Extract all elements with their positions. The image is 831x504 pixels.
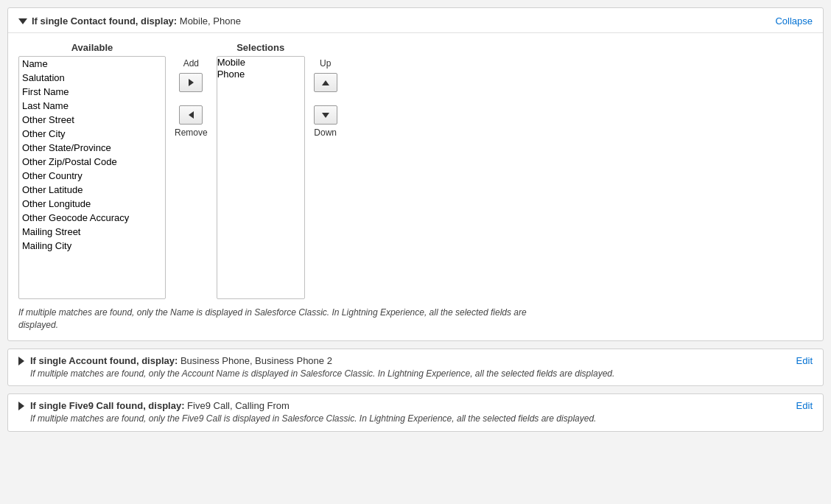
five9-panel-header-left: If single Five9 Call found, display: Fiv… [18,400,596,425]
add-button[interactable] [179,73,203,92]
remove-label: Remove [175,127,208,138]
account-panel-header-left: If single Account found, display: Busine… [18,355,614,380]
page-container: If single Contact found, display: Mobile… [7,7,824,432]
available-label: Available [71,42,113,53]
contact-panel-header-left: If single Contact found, display: Mobile… [18,15,241,27]
arrow-left-icon [189,111,194,119]
up-label: Up [320,58,331,69]
available-list-section: Available NameSalutationFirst NameLast N… [18,42,166,299]
add-label: Add [183,58,199,69]
contact-note: If multiple matches are found, only the … [18,307,534,332]
contact-panel-header: If single Contact found, display: Mobile… [8,8,823,33]
available-listbox[interactable]: NameSalutationFirst NameLast NameOther S… [18,56,166,299]
account-title-prefix: If single Account found, display: [30,355,178,366]
selections-list-section: Selections MobilePhone [217,42,305,299]
five9-edit-link[interactable]: Edit [796,400,813,411]
down-label: Down [314,127,337,138]
account-title-value: Business Phone, Business Phone 2 [180,355,332,366]
collapse-triangle-icon[interactable] [18,18,27,24]
account-note: If multiple matches are found, only the … [30,368,614,380]
contact-title-value: Mobile, Phone [180,15,241,27]
account-panel-content: If single Account found, display: Busine… [30,355,614,380]
arrow-right-icon [189,79,194,86]
five9-note: If multiple matches are found, only the … [30,413,596,425]
down-button[interactable] [314,105,337,125]
arrow-down-icon [322,113,329,118]
five9-title-value: Five9 Call, Calling From [187,400,290,411]
selections-label: Selections [236,42,284,53]
remove-button[interactable] [179,105,203,125]
five9-title-prefix: If single Five9 Call found, display: [30,400,184,411]
account-panel-title: If single Account found, display: Busine… [30,355,614,366]
contact-panel-body: Available NameSalutationFirst NameLast N… [8,33,823,340]
five9-panel: If single Five9 Call found, display: Fiv… [7,393,824,432]
account-panel: If single Account found, display: Busine… [7,349,824,387]
five9-panel-content: If single Five9 Call found, display: Fiv… [30,400,596,425]
contact-title-prefix: If single Contact found, display: [32,15,177,27]
expand-triangle-icon[interactable] [18,357,24,365]
account-edit-link[interactable]: Edit [796,355,813,366]
updown-buttons: Up Down [305,58,346,139]
contact-panel-title: If single Contact found, display: Mobile… [32,15,241,27]
expand-five9-triangle-icon[interactable] [18,402,24,410]
selections-listbox[interactable]: MobilePhone [217,56,305,299]
collapse-link[interactable]: Collapse [775,15,813,27]
arrow-up-icon [322,80,329,85]
five9-panel-header: If single Five9 Call found, display: Fiv… [8,394,823,431]
five9-panel-title: If single Five9 Call found, display: Fiv… [30,400,596,411]
contact-panel: If single Contact found, display: Mobile… [7,7,824,341]
up-button[interactable] [314,73,337,92]
dual-list-container: Available NameSalutationFirst NameLast N… [18,42,813,299]
add-remove-buttons: Add Remove [166,58,217,139]
account-panel-header: If single Account found, display: Busine… [8,349,823,386]
